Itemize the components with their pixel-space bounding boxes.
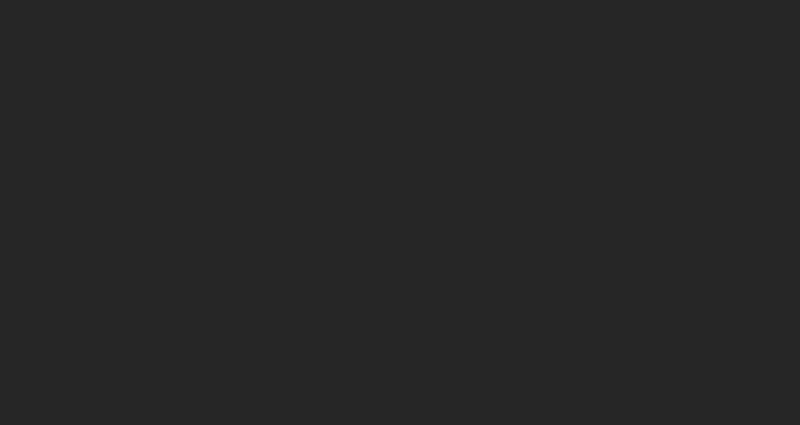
timeline-window [0,0,800,425]
